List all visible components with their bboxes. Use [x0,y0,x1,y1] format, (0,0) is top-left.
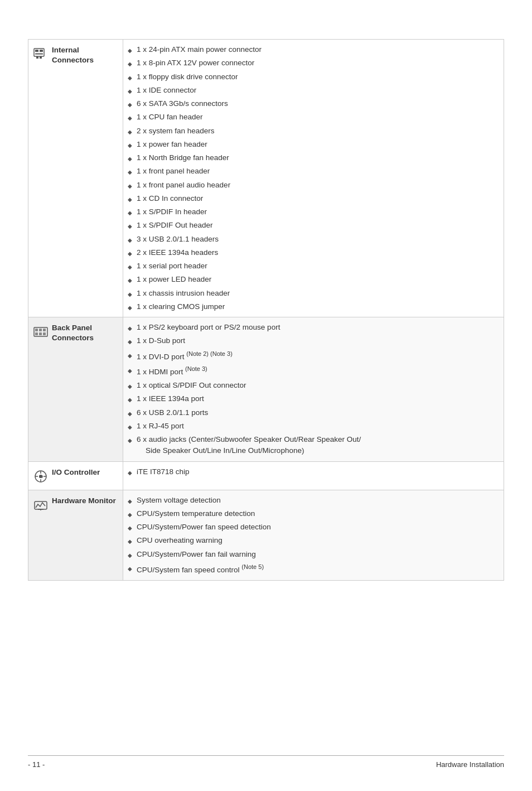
item-text: 1 x CPU fan header [137,112,203,123]
item-text: 6 x SATA 3Gb/s connectors [137,98,228,109]
spec-table: Internal Connectors ◆1 x 24-pin ATX main… [28,39,504,581]
list-item: ◆CPU/System fan speed control (Note 5) [128,561,499,577]
item-text: 1 x 8-pin ATX 12V power connector [137,57,254,69]
bullet: ◆ [128,236,132,244]
item-text: 1 x clearing CMOS jumper [137,301,225,312]
footer-page: - 11 - [28,760,45,769]
footer-section: Hardware Installation [436,760,504,769]
item-text: 2 x system fan headers [137,126,215,137]
list-item: ◆1 x serial port header [128,259,499,273]
list-item: ◆iTE IT8718 chip [128,465,499,479]
bullet: ◆ [128,510,132,519]
item-text: 1 x optical S/PDIF Out connector [137,380,246,391]
list-item: ◆1 x HDMI port (Note 3) [128,363,499,379]
list-item: ◆1 x power fan header [128,138,499,151]
bullet: ◆ [128,409,132,418]
item-text: 1 x PS/2 keyboard port or PS/2 mouse por… [137,322,280,333]
list-item: ◆1 x front panel audio header [128,179,499,192]
list-item: ◆1 x PS/2 keyboard port or PS/2 mouse po… [128,321,499,334]
svg-rect-10 [35,332,38,335]
list-item: ◆1 x chassis intrusion header [128,287,499,300]
list-item: ◆1 x CPU fan header [128,110,499,124]
svg-rect-4 [36,56,38,59]
section-title-internal-line1: Internal [52,45,94,55]
item-text: 1 x front panel header [137,166,210,177]
table-row: Internal Connectors ◆1 x 24-pin ATX main… [28,40,504,317]
item-text: 1 x D-Sub port [137,335,185,346]
svg-rect-9 [43,329,46,331]
bullet: ◆ [128,87,132,95]
bullet: ◆ [128,537,132,546]
item-text: 1 x front panel audio header [137,180,230,191]
list-item: ◆6 x USB 2.0/1.1 ports [128,406,499,419]
item-text: CPU/System/Power fan fail warning [137,549,256,560]
bullet: ◆ [128,551,132,560]
list-item: ◆1 x front panel header [128,165,499,178]
bullet: ◆ [128,114,132,122]
item-text: System voltage detection [137,495,221,506]
section-content-io: ◆iTE IT8718 chip [123,461,504,490]
bullet: ◆ [128,382,132,390]
svg-rect-7 [35,329,38,331]
bullet: ◆ [128,209,132,217]
bullet: ◆ [128,524,132,532]
io-icon: IO [33,469,49,484]
list-item: ◆1 x power LED header [128,273,499,286]
backpanel-connectors-list: ◆1 x PS/2 keyboard port or PS/2 mouse po… [128,321,499,458]
bullet: ◆ [128,168,132,176]
item-text: 3 x USB 2.0/1.1 headers [137,234,219,245]
page-container: Internal Connectors ◆1 x 24-pin ATX main… [0,0,532,791]
list-item: ◆2 x IEEE 1394a headers [128,246,499,259]
bullet: ◆ [128,469,132,477]
list-item: ◆CPU overheating warning [128,534,499,547]
hardware-monitor-list: ◆System voltage detection ◆CPU/System te… [128,494,499,577]
section-content-internal: ◆1 x 24-pin ATX main power connector ◆1 … [123,40,504,317]
list-item: ◆2 x system fan headers [128,124,499,138]
bullet: ◆ [128,337,132,346]
item-text: CPU/System temperature detection [137,508,255,519]
svg-rect-12 [43,332,46,335]
list-item: ◆CPU/System/Power fan fail warning [128,548,499,561]
bullet: ◆ [128,290,132,298]
svg-rect-2 [40,50,43,52]
list-item: ◆System voltage detection [128,494,499,507]
list-item: ◆6 x audio jacks (Center/Subwoofer Speak… [128,433,499,458]
item-text: CPU/System fan speed control (Note 5) [137,562,264,576]
bullet: ◆ [128,128,132,136]
bullet: ◆ [128,565,132,573]
item-text: CPU overheating warning [137,535,223,546]
section-title-internal-line2: Connectors [52,55,94,65]
internal-connectors-list: ◆1 x 24-pin ATX main power connector ◆1 … [128,43,499,313]
section-label-internal: Internal Connectors [28,40,123,317]
list-item: ◆1 x 24-pin ATX main power connector [128,43,499,56]
section-title-hwmon: Hardware Monitor [52,496,116,506]
svg-rect-1 [35,50,38,52]
list-item: ◆3 x USB 2.0/1.1 headers [128,233,499,246]
item-text: 1 x S/PDIF Out header [137,220,213,231]
bullet: ◆ [128,141,132,149]
item-text: 2 x IEEE 1394a headers [137,247,218,258]
item-text: 1 x serial port header [137,261,207,272]
section-label-io: IO I/O Controller [28,461,123,490]
section-label-backpanel: Back Panel Connectors [28,317,123,462]
item-text: 1 x floppy disk drive connector [137,71,238,83]
svg-text:IO: IO [39,475,43,479]
bullet: ◆ [128,276,132,284]
io-controller-list: ◆iTE IT8718 chip [128,465,499,479]
bullet: ◆ [128,366,132,375]
item-text: 1 x HDMI port (Note 3) [137,364,207,378]
bullet: ◆ [128,497,132,505]
svg-rect-3 [35,53,43,55]
list-item: ◆1 x IEEE 1394a port [128,392,499,406]
bullet: ◆ [128,324,132,332]
internal-icon [33,46,49,62]
item-text: 1 x IEEE 1394a port [137,393,204,404]
backpanel-icon [33,324,49,340]
section-title-backpanel-line1: Back Panel [52,323,94,333]
list-item: ◆1 x optical S/PDIF Out connector [128,379,499,392]
table-row: Back Panel Connectors ◆1 x PS/2 keyboard… [28,317,504,462]
bullet: ◆ [128,182,132,190]
item-text: 1 x RJ-45 port [137,421,184,432]
svg-rect-11 [39,332,42,335]
list-item: ◆1 x IDE connector [128,84,499,97]
